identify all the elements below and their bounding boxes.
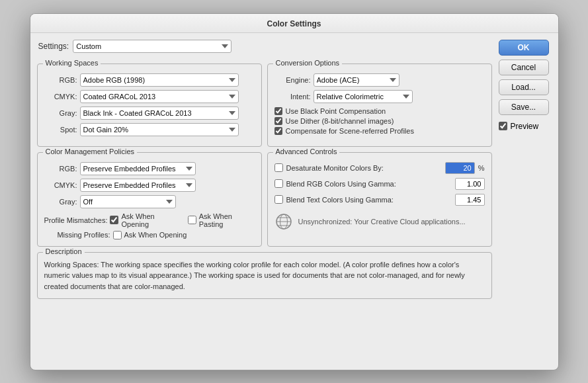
cmyk-cm-label: CMYK: <box>44 181 77 189</box>
cmyk-cm-select[interactable]: Preserve Embedded Profiles <box>80 179 196 192</box>
sync-row: Unsynchronized: Your Creative Cloud appl… <box>274 210 485 231</box>
ask-opening-mismatch-label: Ask When Opening <box>121 212 179 228</box>
save-button[interactable]: Save... <box>499 99 549 115</box>
gray-cm-select[interactable]: Off <box>80 195 176 208</box>
blend-rgb-checkbox[interactable] <box>274 179 283 188</box>
settings-label: Settings: <box>38 42 69 51</box>
spot-ws-label: Spot: <box>44 126 77 134</box>
preview-row: Preview <box>499 122 552 131</box>
color-management-title: Color Management Policies <box>43 148 138 155</box>
missing-profiles-label: Missing Profiles: <box>44 231 110 239</box>
settings-row: Settings: Custom <box>37 40 492 53</box>
rgb-cm-label: RGB: <box>44 165 77 173</box>
description-text: Working Spaces: The working space specif… <box>44 259 485 292</box>
profile-mismatches-label: Profile Mismatches: <box>44 216 108 224</box>
blend-text-checkbox[interactable] <box>274 195 283 204</box>
engine-select[interactable]: Adobe (ACE) <box>314 73 399 87</box>
ask-opening-mismatch-checkbox[interactable] <box>110 216 118 224</box>
ask-opening-missing-label: Ask When Opening <box>124 231 187 239</box>
conversion-options-title: Conversion Options <box>273 59 343 67</box>
ok-button[interactable]: OK <box>499 40 549 56</box>
working-spaces-title: Working Spaces <box>43 59 101 67</box>
ask-pasting-label: Ask When Pasting <box>199 212 255 228</box>
blend-rgb-input[interactable] <box>455 178 485 190</box>
blend-rgb-label: Blend RGB Colors Using Gamma: <box>286 180 452 188</box>
load-button[interactable]: Load... <box>499 79 549 95</box>
color-settings-dialog: Color Settings Settings: Custom Working … <box>30 13 559 370</box>
blend-text-label: Blend Text Colors Using Gamma: <box>286 196 452 204</box>
ask-pasting-checkbox[interactable] <box>188 216 196 224</box>
dither-checkbox[interactable] <box>274 117 282 125</box>
preview-checkbox[interactable] <box>499 122 507 130</box>
cmyk-ws-select[interactable]: Coated GRACoL 2013 <box>80 90 239 103</box>
gray-ws-select[interactable]: Black Ink - Coated GRACoL 2013 <box>80 106 239 120</box>
preview-label: Preview <box>511 122 539 131</box>
cmyk-ws-label: CMYK: <box>44 93 77 101</box>
sidebar-buttons: OK Cancel Load... Save... Preview <box>499 40 552 300</box>
sync-text: Unsynchronized: Your Creative Cloud appl… <box>298 218 466 226</box>
settings-select[interactable]: Custom <box>73 40 231 53</box>
globe-icon <box>274 212 293 231</box>
intent-label: Intent: <box>274 93 311 101</box>
dialog-title: Color Settings <box>30 14 558 33</box>
intent-select[interactable]: Relative Colorimetric <box>314 90 413 103</box>
description-title: Description <box>43 247 85 255</box>
advanced-controls-title: Advanced Controls <box>273 148 340 155</box>
rgb-ws-label: RGB: <box>44 76 77 84</box>
advanced-controls-section: Advanced Controls Desaturate Monitor Col… <box>267 152 492 247</box>
desaturate-checkbox[interactable] <box>274 163 283 172</box>
black-point-label: Use Black Point Compensation <box>286 107 386 115</box>
compensate-label: Compensate for Scene-referred Profiles <box>286 127 414 135</box>
desaturate-label: Desaturate Monitor Colors By: <box>286 164 442 172</box>
working-spaces-section: Working Spaces RGB: Adobe RGB (1998) CMY… <box>37 64 262 147</box>
desaturate-input[interactable] <box>445 162 475 174</box>
rgb-cm-select[interactable]: Preserve Embedded Profiles <box>80 162 196 175</box>
dither-label: Use Dither (8-bit/channel images) <box>286 117 394 125</box>
color-management-section: Color Management Policies RGB: Preserve … <box>37 152 262 247</box>
blend-text-input[interactable] <box>455 194 485 206</box>
compensate-checkbox[interactable] <box>274 127 282 135</box>
engine-label: Engine: <box>274 76 311 84</box>
cancel-button[interactable]: Cancel <box>499 60 549 75</box>
spot-ws-select[interactable]: Dot Gain 20% <box>80 123 239 136</box>
gray-cm-label: Gray: <box>44 198 77 206</box>
description-section: Description Working Spaces: The working … <box>37 252 492 300</box>
black-point-checkbox[interactable] <box>274 107 282 115</box>
percent-label: % <box>478 164 485 172</box>
rgb-ws-select[interactable]: Adobe RGB (1998) <box>80 73 239 87</box>
gray-ws-label: Gray: <box>44 109 77 117</box>
ask-opening-missing-checkbox[interactable] <box>113 231 122 239</box>
conversion-options-section: Conversion Options Engine: Adobe (ACE) I… <box>267 64 492 147</box>
